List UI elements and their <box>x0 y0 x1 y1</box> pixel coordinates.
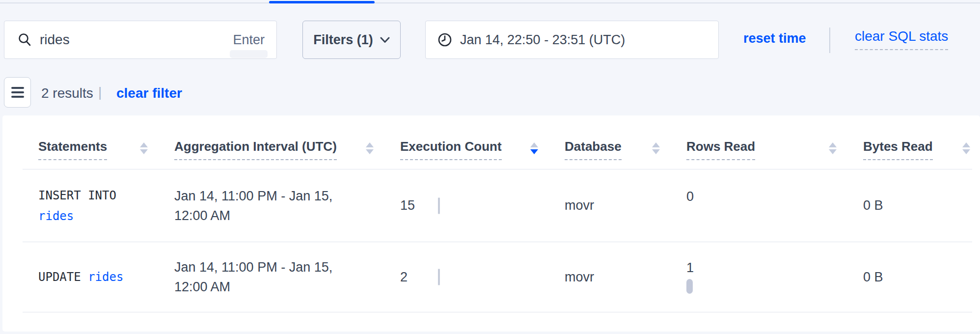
sort-icon[interactable] <box>829 142 837 154</box>
toolbar-divider <box>829 28 830 53</box>
clear-sql-stats-link[interactable]: clear SQL stats <box>855 28 948 50</box>
database-cell: movr <box>565 270 686 285</box>
aggregation-interval-cell: Jan 14, 11:00 PM - Jan 15, 12:00 AM <box>174 257 373 297</box>
execution-count-bar <box>438 269 440 285</box>
sort-icon[interactable] <box>140 142 148 154</box>
column-header-execution-count[interactable]: Execution Count <box>400 139 565 160</box>
sort-icon[interactable] <box>366 142 374 154</box>
sort-icon[interactable] <box>652 142 660 154</box>
filters-button[interactable]: Filters (1) <box>302 21 401 59</box>
table-row: UPDATE rides Jan 14, 11:00 PM - Jan 15, … <box>23 242 972 312</box>
statements-table-card: Statements Aggregation Interval (UTC) Ex… <box>2 115 980 332</box>
table-header-row: Statements Aggregation Interval (UTC) Ex… <box>23 115 972 169</box>
rows-read-bar <box>686 279 693 294</box>
execution-count-bar <box>438 197 440 214</box>
statement-link[interactable]: rides <box>88 270 123 284</box>
execution-count-cell: 2 <box>400 242 565 312</box>
results-count: 2 results <box>41 85 93 101</box>
database-cell: movr <box>565 198 686 213</box>
chevron-down-icon <box>380 37 390 43</box>
time-range-label: Jan 14, 22:50 - 23:51 (UTC) <box>460 32 625 48</box>
search-box[interactable]: Enter <box>4 21 277 59</box>
results-bar: 2 results | clear filter <box>0 74 980 111</box>
search-input[interactable] <box>40 32 233 48</box>
toolbar: Enter Filters (1) Jan 14, 22:50 - 23:51 … <box>0 0 980 69</box>
column-header-database[interactable]: Database <box>565 139 686 160</box>
sort-icon[interactable] <box>962 142 970 154</box>
results-separator: | <box>98 84 102 100</box>
aggregation-interval-cell: Jan 14, 11:00 PM - Jan 15, 12:00 AM <box>174 186 373 225</box>
column-header-rows-read[interactable]: Rows Read <box>686 139 863 160</box>
statement-link[interactable]: rides <box>38 209 74 223</box>
statement-text: INSERT INTO <box>38 189 116 202</box>
table-row: INSERT INTO rides Jan 14, 11:00 PM - Jan… <box>23 169 972 242</box>
column-header-aggregation-interval[interactable]: Aggregation Interval (UTC) <box>174 139 400 160</box>
reset-time-link[interactable]: reset time <box>743 31 806 46</box>
clear-filter-link[interactable]: clear filter <box>116 85 182 101</box>
statements-table: Statements Aggregation Interval (UTC) Ex… <box>23 115 972 312</box>
search-icon <box>17 32 32 47</box>
column-selector-button[interactable] <box>4 77 31 108</box>
enter-key-hint: Enter <box>233 32 265 48</box>
bytes-read-cell: 0 B <box>863 198 972 213</box>
sort-icon[interactable] <box>530 142 538 154</box>
clock-icon <box>437 32 452 47</box>
rows-read-cell: 0 <box>686 189 863 223</box>
time-range-picker[interactable]: Jan 14, 22:50 - 23:51 (UTC) <box>425 21 719 59</box>
column-header-statements[interactable]: Statements <box>23 139 174 160</box>
statement-cell: INSERT INTO rides <box>23 185 174 226</box>
bytes-read-cell: 0 B <box>863 270 972 285</box>
column-header-bytes-read[interactable]: Bytes Read <box>863 139 972 160</box>
statement-cell: UPDATE rides <box>23 267 174 287</box>
execution-count-cell: 15 <box>400 169 565 242</box>
filters-button-label: Filters (1) <box>313 32 373 48</box>
rows-read-cell: 1 <box>686 260 863 294</box>
statement-text: UPDATE <box>38 270 81 284</box>
